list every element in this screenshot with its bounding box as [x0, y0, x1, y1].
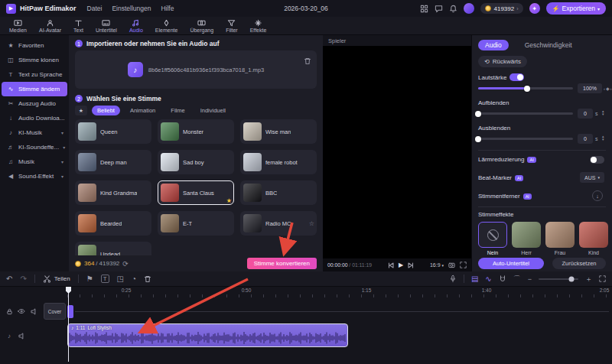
- user-avatar[interactable]: [464, 3, 474, 14]
- tab-filter[interactable]: Filter: [220, 17, 244, 34]
- fullscreen-icon[interactable]: [460, 262, 467, 268]
- sidebar-item-stimme-klonen[interactable]: ◫Stimme klonen: [2, 53, 67, 67]
- sidebar-item-text-zu-sprache[interactable]: TText zu Sprache: [2, 67, 67, 82]
- previous-frame-button[interactable]: [388, 262, 394, 268]
- volume-value[interactable]: 100%: [578, 83, 602, 93]
- noise-reduction-toggle[interactable]: [590, 156, 604, 164]
- sidebar-item-musik[interactable]: ♫Musik▾: [2, 154, 67, 169]
- reverse-button[interactable]: ⟲ Rückwärts: [478, 56, 527, 67]
- voice-card-sad-boy[interactable]: Sad boy: [158, 150, 234, 174]
- tab-elemente[interactable]: Elemente: [149, 17, 184, 34]
- voice-card-kind-grandma[interactable]: Kind Grandma: [75, 180, 151, 205]
- fit-timeline-icon[interactable]: [599, 275, 606, 282]
- play-button[interactable]: ▶: [399, 262, 403, 268]
- apps-grid-icon[interactable]: [420, 5, 428, 13]
- reset-button[interactable]: Zurücksetzen: [552, 258, 606, 269]
- split-scissors-icon[interactable]: [43, 275, 51, 283]
- timeline-zoom-slider[interactable]: [539, 278, 578, 280]
- voice-card-radio-mc[interactable]: Radio MC☆: [240, 211, 317, 236]
- add-text-icon[interactable]: T: [101, 275, 109, 283]
- voice-effect-none[interactable]: [478, 222, 507, 248]
- waveform-view-icon[interactable]: ∿: [485, 275, 491, 283]
- zoom-in-button[interactable]: ＋: [585, 275, 592, 283]
- menu-datei[interactable]: Datei: [87, 5, 103, 12]
- gift-icon[interactable]: ✦: [529, 3, 540, 14]
- voice-card-deep-man[interactable]: Deep man: [75, 150, 151, 174]
- fade-in-slider[interactable]: [478, 112, 573, 115]
- fade-out-value[interactable]: 0: [578, 134, 593, 144]
- aspect-ratio-dropdown[interactable]: 16:9 ▾: [430, 262, 444, 268]
- convert-voice-button[interactable]: Stimme konvertieren: [247, 258, 317, 269]
- snap-link-icon[interactable]: ⌒: [513, 275, 521, 283]
- category-beliebt[interactable]: Beliebt: [92, 106, 120, 115]
- inspector-tab-audio[interactable]: Audio: [478, 40, 509, 50]
- voice-card-e-t[interactable]: E-T: [158, 211, 234, 236]
- sidebar-item-stimme-aendern[interactable]: ∿Stimme ändern: [2, 82, 67, 96]
- volume-slider[interactable]: [478, 87, 573, 89]
- voice-card-bbc[interactable]: BBC: [240, 180, 317, 205]
- sidebar-item-favoriten[interactable]: ★Favoriten: [2, 38, 67, 53]
- menu-hilfe[interactable]: Hilfe: [161, 5, 174, 12]
- timeline-ruler[interactable]: 0:25 0:50 1:15 1:40 2:05: [67, 287, 612, 297]
- refresh-icon[interactable]: ⟳: [122, 260, 129, 268]
- auto-subtitle-button[interactable]: Auto-Untertitel: [478, 258, 544, 269]
- magnet-icon[interactable]: [499, 275, 506, 283]
- tab-ai-avatar[interactable]: AI-Avatar: [33, 17, 67, 34]
- voice-card-queen[interactable]: Queen: [75, 119, 151, 144]
- category-filme[interactable]: Filme: [165, 106, 190, 115]
- marker-flag-icon[interactable]: ⚑: [86, 275, 93, 283]
- voice-card-wise-man[interactable]: Wise man: [240, 119, 317, 144]
- volume-toggle[interactable]: [509, 73, 524, 81]
- tab-text[interactable]: Text: [67, 17, 90, 34]
- sidebar-item-auszug-audio[interactable]: ✂Auszug Audio: [2, 96, 67, 111]
- voice-effect-frau[interactable]: [545, 222, 575, 248]
- coin-balance-badge[interactable]: 419392 ›: [480, 3, 522, 14]
- feedback-chat-icon[interactable]: [435, 5, 443, 13]
- crop-icon[interactable]: ◳: [117, 275, 124, 283]
- video-track-lane[interactable]: [75, 311, 609, 312]
- fade-in-stepper[interactable]: ▴▾: [602, 109, 604, 115]
- delete-clip-icon[interactable]: [144, 275, 151, 283]
- category-individuell[interactable]: Individuell: [195, 106, 231, 115]
- tab-uebergang[interactable]: Übergang: [184, 17, 220, 34]
- notification-bell-icon[interactable]: [449, 5, 457, 13]
- fade-out-slider[interactable]: [478, 138, 573, 140]
- voice-card-undead[interactable]: Undead: [75, 242, 151, 255]
- cover-clip-button[interactable]: Cover: [44, 303, 66, 320]
- tab-medien[interactable]: Medien: [3, 17, 33, 34]
- voice-card-santa-claus[interactable]: Santa Claus★: [158, 180, 234, 205]
- voice-card-monster[interactable]: Monster: [158, 119, 234, 144]
- export-button[interactable]: ⚡ Exportieren ▾: [546, 2, 606, 15]
- imported-audio-card[interactable]: ♪ 8b6e1ff5606c481b936e1f393bca7018_1.mp3: [75, 50, 317, 89]
- keyframe-controls[interactable]: ‹◆›: [604, 86, 612, 91]
- audio-clip[interactable]: ♪ 1:11 Lofi Stylish: [67, 323, 348, 347]
- hide-track-icon[interactable]: [17, 307, 26, 316]
- mute-audio-icon[interactable]: [17, 331, 26, 340]
- menu-einstellungen[interactable]: Einstellungen: [112, 5, 151, 12]
- zoom-out-button[interactable]: −: [528, 275, 532, 283]
- sidebar-item-sound-effekt[interactable]: ◀Sound-Effekt▾: [2, 169, 67, 184]
- fade-in-value[interactable]: 0: [578, 109, 593, 119]
- voice-card-female-robot[interactable]: female robot: [240, 150, 317, 174]
- tab-audio[interactable]: Audio: [123, 17, 149, 34]
- voice-card-bearded[interactable]: Bearded: [75, 211, 151, 236]
- sidebar-item-ki-musik[interactable]: ♪KI-Musik▾: [2, 125, 67, 140]
- mute-track-icon[interactable]: [29, 307, 38, 316]
- inspector-tab-geschwindigkeit[interactable]: Geschwindigkeit: [518, 40, 579, 50]
- category-animation[interactable]: Animation: [125, 106, 161, 115]
- favorites-category-icon[interactable]: ★: [75, 106, 87, 115]
- split-label[interactable]: Teilen: [54, 275, 70, 282]
- undo-button[interactable]: ↶: [6, 275, 12, 283]
- favorite-star-icon[interactable]: ★: [226, 197, 232, 204]
- freeze-frame-icon[interactable]: ◔: [132, 275, 136, 283]
- tab-untertitel[interactable]: Untertitel: [90, 17, 123, 34]
- snapshot-icon[interactable]: [448, 262, 455, 268]
- sidebar-item-audio-download[interactable]: ↓Audio Downloa...: [2, 111, 67, 125]
- sidebar-item-ki-soundeffekte[interactable]: ♬KI-Soundeffe...▾: [2, 140, 67, 154]
- video-viewport[interactable]: [323, 46, 471, 258]
- fade-out-stepper[interactable]: ▴▾: [602, 135, 604, 141]
- playhead[interactable]: [68, 287, 69, 362]
- redo-button[interactable]: ↷: [20, 275, 26, 283]
- voice-effect-herr[interactable]: [512, 222, 541, 248]
- next-frame-button[interactable]: [408, 262, 414, 268]
